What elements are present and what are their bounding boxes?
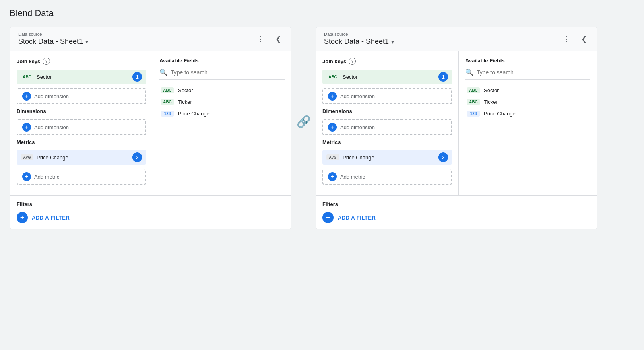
field-type-num-price-2: 123	[467, 111, 480, 117]
join-key-number-badge-1: 1	[132, 72, 142, 82]
metric-field-name-1: Price Change	[37, 154, 129, 161]
field-name-ticker-1: Ticker	[178, 99, 192, 105]
dimensions-label-2: Dimensions	[322, 108, 352, 114]
available-field-sector-2[interactable]: ABC Sector	[465, 84, 590, 96]
join-keys-label-2: Join keys	[322, 58, 346, 64]
join-keys-help-icon-2[interactable]: ?	[349, 58, 356, 65]
available-fields-label-2: Available Fields	[465, 58, 505, 64]
left-section-2: Join keys ? ABC Sector 1 + Add dimension…	[316, 51, 459, 195]
join-keys-help-icon-1[interactable]: ?	[43, 58, 50, 65]
add-filter-label-2: ADD A FILTER	[338, 215, 376, 221]
dropdown-arrow-1: ▾	[85, 39, 88, 45]
collapse-button-2[interactable]: ❮	[578, 33, 590, 45]
filters-section-2: Filters + ADD A FILTER	[316, 195, 597, 229]
add-metric-label-1: Add metric	[34, 174, 59, 180]
field-type-abc-sector-1: ABC	[161, 87, 174, 93]
metric-number-badge-1: 2	[132, 152, 142, 162]
search-box-2: 🔍	[465, 68, 590, 80]
available-fields-title-2: Available Fields	[465, 58, 590, 64]
add-filter-row-2[interactable]: + ADD A FILTER	[322, 212, 590, 223]
add-metric-label-2: Add metric	[340, 174, 365, 180]
join-key-row-1: ABC Sector 1	[17, 70, 146, 84]
field-type-abc-ticker-1: ABC	[161, 99, 174, 105]
panel-header-right-2: ⋮ ❮	[560, 33, 590, 45]
dimensions-title-2: Dimensions	[322, 108, 452, 114]
add-dimension-icon-2: +	[328, 123, 337, 132]
add-metric-2[interactable]: + Add metric	[322, 169, 452, 185]
source-name-text-2: Stock Data - Sheet1	[324, 37, 389, 46]
panel-header-right-1: ⋮ ❮	[254, 33, 285, 45]
link-icon-container: 🔗	[291, 27, 316, 128]
join-key-number-badge-2: 1	[438, 72, 448, 82]
add-dimension-1[interactable]: + Add dimension	[17, 119, 146, 135]
dimensions-label-1: Dimensions	[17, 108, 46, 114]
add-dimension-label-2: Add dimension	[340, 124, 375, 130]
panel-header-left-1: Data source Stock Data - Sheet1 ▾	[18, 32, 88, 46]
field-name-price-change-1: Price Change	[178, 111, 210, 117]
panel-header-2: Data source Stock Data - Sheet1 ▾ ⋮ ❮	[316, 27, 597, 51]
panels-container: Data source Stock Data - Sheet1 ▾ ⋮ ❮ Jo…	[10, 27, 634, 229]
add-dimension-icon-1: +	[22, 123, 31, 132]
available-field-ticker-1[interactable]: ABC Ticker	[159, 96, 285, 108]
search-input-2[interactable]	[477, 69, 590, 76]
metric-type-badge-1: AVG	[21, 154, 33, 160]
add-dimension-label-1: Add dimension	[34, 124, 69, 130]
add-metric-icon-1: +	[22, 172, 31, 181]
field-name-sector-1: Sector	[178, 87, 193, 93]
field-name-ticker-2: Ticker	[484, 99, 498, 105]
source-name-text-1: Stock Data - Sheet1	[18, 37, 83, 46]
field-type-num-price-1: 123	[161, 111, 174, 117]
collapse-button-1[interactable]: ❮	[272, 33, 285, 45]
metrics-label-2: Metrics	[322, 139, 341, 145]
field-type-abc-sector-2: ABC	[467, 87, 480, 93]
data-source-panel-1: Data source Stock Data - Sheet1 ▾ ⋮ ❮ Jo…	[10, 27, 291, 229]
field-type-abc-ticker-2: ABC	[467, 99, 480, 105]
filters-title-2: Filters	[322, 201, 590, 207]
join-key-field-name-2: Sector	[343, 74, 435, 80]
more-options-button-1[interactable]: ⋮	[254, 33, 267, 45]
metrics-title-1: Metrics	[17, 139, 146, 145]
add-filter-icon-2: +	[322, 212, 334, 223]
available-field-sector-1[interactable]: ABC Sector	[159, 84, 285, 96]
right-section-1: Available Fields 🔍 ABC Sector ABC Ticker…	[153, 51, 291, 195]
join-keys-title-2: Join keys ?	[322, 58, 452, 65]
left-section-1: Join keys ? ABC Sector 1 + Add dimension…	[10, 51, 153, 195]
add-metric-1[interactable]: + Add metric	[17, 169, 146, 185]
add-join-dimension-2[interactable]: + Add dimension	[322, 88, 452, 104]
available-field-price-change-2[interactable]: 123 Price Change	[465, 108, 590, 119]
add-filter-label-1: ADD A FILTER	[32, 215, 70, 221]
filters-label-2: Filters	[322, 201, 338, 207]
add-filter-icon-1: +	[17, 212, 28, 223]
search-icon-2: 🔍	[465, 68, 473, 76]
add-join-dimension-label-1: Add dimension	[34, 93, 69, 99]
dimensions-title-1: Dimensions	[17, 108, 146, 114]
join-keys-title-1: Join keys ?	[17, 58, 146, 65]
add-metric-icon-2: +	[328, 172, 337, 181]
link-icon: 🔗	[297, 115, 311, 128]
metric-field-name-2: Price Change	[343, 154, 435, 161]
available-field-price-change-1[interactable]: 123 Price Change	[159, 108, 285, 119]
page-title: Blend Data	[10, 8, 634, 19]
source-name-dropdown-1[interactable]: Stock Data - Sheet1 ▾	[18, 37, 88, 46]
filters-title-1: Filters	[17, 201, 285, 207]
data-source-label-1: Data source	[18, 32, 88, 37]
available-field-ticker-2[interactable]: ABC Ticker	[465, 96, 590, 108]
add-join-dimension-1[interactable]: + Add dimension	[17, 88, 146, 104]
join-key-row-2: ABC Sector 1	[322, 70, 452, 84]
join-keys-label-1: Join keys	[17, 58, 40, 64]
add-dimension-2[interactable]: + Add dimension	[322, 119, 452, 135]
metrics-title-2: Metrics	[322, 139, 452, 145]
field-name-price-change-2: Price Change	[484, 111, 516, 117]
search-input-1[interactable]	[171, 69, 285, 76]
field-name-sector-2: Sector	[484, 87, 499, 93]
panel-body-1: Join keys ? ABC Sector 1 + Add dimension…	[10, 51, 291, 195]
search-icon-1: 🔍	[159, 68, 167, 76]
metric-number-badge-2: 2	[438, 152, 448, 162]
source-name-dropdown-2[interactable]: Stock Data - Sheet1 ▾	[324, 37, 394, 46]
available-fields-title-1: Available Fields	[159, 58, 285, 64]
more-options-button-2[interactable]: ⋮	[560, 33, 573, 45]
add-filter-row-1[interactable]: + ADD A FILTER	[17, 212, 285, 223]
search-box-1: 🔍	[159, 68, 285, 80]
panel-body-2: Join keys ? ABC Sector 1 + Add dimension…	[316, 51, 597, 195]
panel-header-1: Data source Stock Data - Sheet1 ▾ ⋮ ❮	[10, 27, 291, 51]
